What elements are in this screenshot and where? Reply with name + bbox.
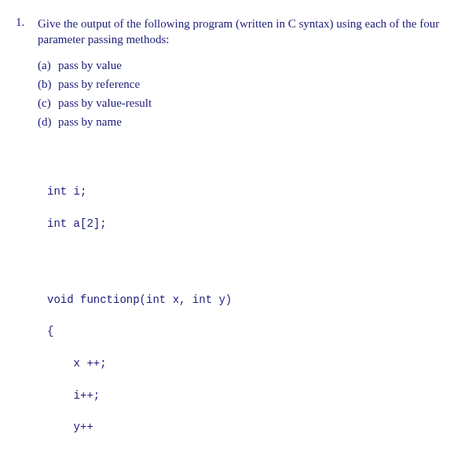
subitem-label: (c) — [38, 97, 58, 110]
subitem-b: (b) pass by reference — [38, 78, 445, 91]
question-text: Give the output of the following program… — [38, 16, 445, 48]
subitem-label: (a) — [38, 59, 58, 72]
subitem-d: (d) pass by name — [38, 115, 445, 129]
question-row: 1. Give the output of the following prog… — [16, 16, 445, 48]
code-line: i++; — [47, 388, 445, 403]
subitem-text: pass by reference — [58, 78, 140, 91]
subitem-text: pass by value — [58, 59, 122, 72]
code-line: int i; — [47, 184, 445, 199]
subitem-label: (b) — [38, 78, 58, 91]
code-block: int i; int a[2]; void functionp(int x, i… — [47, 152, 445, 453]
code-declarations: int i; int a[2]; — [47, 168, 445, 247]
subitem-a: (a) pass by value — [38, 59, 445, 72]
code-functionp: void functionp(int x, int y) { x ++; i++… — [47, 276, 445, 452]
subitem-label: (d) — [38, 115, 58, 129]
code-line: y++ — [47, 419, 445, 435]
code-line: void functionp(int x, int y) — [47, 292, 445, 308]
subitem-text: pass by name — [58, 115, 122, 129]
code-line: { — [47, 323, 445, 339]
subitem-c: (c) pass by value-result — [38, 97, 445, 110]
sublist: (a) pass by value (b) pass by reference … — [38, 59, 445, 129]
code-line: int a[2]; — [47, 216, 445, 231]
code-line: x ++; — [47, 355, 445, 371]
question-number: 1. — [16, 16, 38, 29]
subitem-text: pass by value-result — [58, 97, 152, 110]
